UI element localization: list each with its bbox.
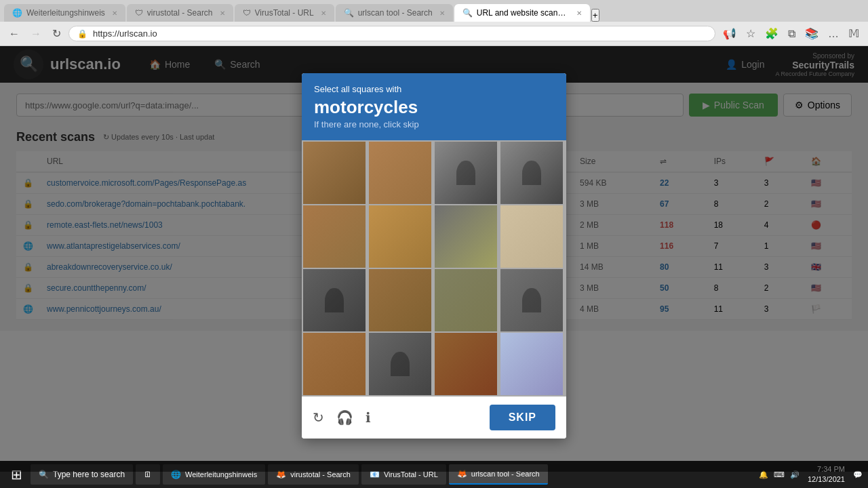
tab-title: virustotal - Search bbox=[147, 8, 213, 18]
tab-bar: 🌐 Weiterleitungshinweis ✕ 🛡 virustotal -… bbox=[0, 0, 868, 22]
captcha-cell[interactable] bbox=[500, 269, 563, 331]
captcha-cell[interactable] bbox=[369, 333, 431, 395]
captcha-cell[interactable] bbox=[435, 205, 497, 268]
tab-title: urlscan tool - Search bbox=[358, 8, 433, 18]
captcha-reload-icon[interactable]: ↻ bbox=[313, 409, 324, 426]
captcha-header: Select all squares with motorcycles If t… bbox=[302, 73, 566, 140]
tab-title: VirusTotal - URL bbox=[255, 8, 314, 18]
captcha-overlay: Select all squares with motorcycles If t… bbox=[0, 46, 868, 472]
captcha-info-icon[interactable]: ℹ bbox=[366, 409, 371, 426]
captcha-word: motorcycles bbox=[314, 97, 554, 118]
new-tab-button[interactable]: + bbox=[591, 9, 599, 22]
captcha-cell[interactable] bbox=[369, 142, 431, 204]
captcha-cell[interactable] bbox=[303, 205, 366, 268]
forward-button[interactable]: → bbox=[27, 26, 45, 41]
captcha-cell[interactable] bbox=[435, 269, 497, 331]
captcha-cell[interactable] bbox=[303, 142, 366, 204]
tab-favicon: 🛡 bbox=[135, 8, 143, 18]
sidebar-button[interactable]: 𝕄 bbox=[845, 25, 863, 42]
captcha-audio-icon[interactable]: 🎧 bbox=[336, 409, 353, 426]
tab-favicon: 🛡 bbox=[243, 8, 251, 18]
captcha-skip-button[interactable]: SKIP bbox=[490, 405, 555, 430]
favorites-button[interactable]: ☆ bbox=[743, 25, 759, 42]
read-aloud-button[interactable]: 📢 bbox=[719, 25, 740, 42]
tab-virustotal-search[interactable]: 🛡 virustotal - Search ✕ bbox=[127, 4, 233, 22]
captcha-cell[interactable] bbox=[369, 205, 431, 268]
captcha-cell[interactable] bbox=[303, 269, 366, 331]
tab-title: Weiterleitungshinweis bbox=[26, 8, 105, 18]
address-bar[interactable]: 🔒 https://urlscan.io bbox=[68, 26, 715, 41]
browser-menu-button[interactable]: … bbox=[825, 26, 842, 42]
reload-button[interactable]: ↻ bbox=[49, 26, 64, 41]
tab-close-icon[interactable]: ✕ bbox=[439, 9, 445, 17]
lock-icon: 🔒 bbox=[77, 29, 87, 39]
captcha-cell[interactable] bbox=[369, 269, 431, 331]
split-button[interactable]: ⧉ bbox=[785, 26, 799, 42]
tab-favicon: 🔍 bbox=[344, 8, 354, 18]
tab-close-icon[interactable]: ✕ bbox=[220, 9, 225, 17]
tab-close-icon[interactable]: ✕ bbox=[321, 9, 326, 17]
captcha-instruction: Select all squares with bbox=[314, 84, 554, 94]
captcha-cell[interactable] bbox=[500, 205, 563, 268]
browser-chrome: 🌐 Weiterleitungshinweis ✕ 🛡 virustotal -… bbox=[0, 0, 868, 46]
captcha-cell[interactable] bbox=[303, 333, 366, 395]
captcha-cell[interactable] bbox=[500, 142, 563, 204]
captcha-box: Select all squares with motorcycles If t… bbox=[302, 73, 566, 439]
address-bar-row: ← → ↻ 🔒 https://urlscan.io 📢 ☆ 🧩 ⧉ 📚 … 𝕄 bbox=[0, 22, 868, 45]
collections-button[interactable]: 📚 bbox=[802, 25, 822, 42]
captcha-actions: ↻ 🎧 ℹ bbox=[313, 409, 371, 426]
page-wrapper: 🔍 urlscan.io 🏠 Home 🔍 Search 👤 Login Spo… bbox=[0, 46, 868, 472]
url-display: https://urlscan.io bbox=[93, 28, 707, 39]
captcha-grid bbox=[302, 140, 566, 396]
tab-favicon: 🌐 bbox=[12, 8, 22, 18]
tab-title: URL and website scanner... bbox=[477, 8, 570, 18]
tab-virustotal-url[interactable]: 🛡 VirusTotal - URL ✕ bbox=[235, 4, 334, 22]
toolbar-actions: 📢 ☆ 🧩 ⧉ 📚 … 𝕄 bbox=[719, 25, 863, 42]
captcha-note: If there are none, click skip bbox=[314, 119, 554, 129]
tab-urlscan-active[interactable]: 🔍 URL and website scanner... ✕ bbox=[454, 4, 590, 22]
tab-close-icon[interactable]: ✕ bbox=[112, 9, 117, 17]
back-button[interactable]: ← bbox=[5, 26, 23, 41]
extensions-button[interactable]: 🧩 bbox=[762, 25, 782, 42]
captcha-cell[interactable] bbox=[500, 333, 563, 395]
captcha-cell[interactable] bbox=[435, 142, 497, 204]
tab-close-icon[interactable]: ✕ bbox=[576, 9, 582, 17]
tab-weiterleitungshinweis[interactable]: 🌐 Weiterleitungshinweis ✕ bbox=[4, 4, 125, 22]
captcha-cell[interactable] bbox=[435, 333, 497, 395]
clock-date: 12/13/2021 bbox=[808, 474, 845, 485]
tab-urlscan-search[interactable]: 🔍 urlscan tool - Search ✕ bbox=[336, 4, 453, 22]
tab-favicon: 🔍 bbox=[462, 8, 473, 18]
captcha-footer: ↻ 🎧 ℹ SKIP bbox=[302, 396, 566, 439]
